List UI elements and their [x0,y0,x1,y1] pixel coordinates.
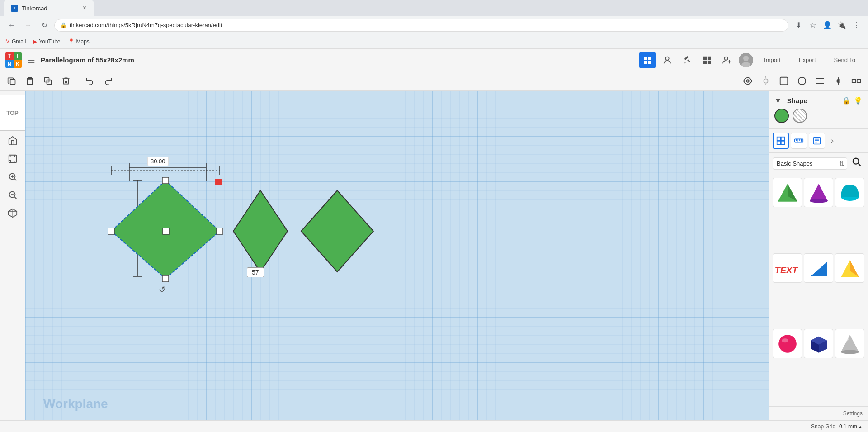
header-actions: Import Export Send To [639,52,863,68]
menu-button[interactable]: ⋮ [850,19,863,32]
svg-rect-0 [644,57,647,60]
bookmark-gmail[interactable]: M Gmail [5,38,26,45]
notes-button[interactable] [809,133,825,149]
shape-item-gray-cone[interactable] [835,329,864,358]
light-button[interactable] [758,73,774,89]
fit-view-button[interactable] [5,151,21,167]
search-shapes-button[interactable] [849,156,864,171]
view-button[interactable] [740,73,756,89]
shape-item-teal-dome[interactable] [835,178,864,207]
download-button[interactable]: ⬇ [792,19,805,32]
import-button[interactable]: Import [757,54,788,66]
zoom-in-button[interactable] [5,169,21,185]
notes-icon [812,136,821,145]
svg-rect-6 [708,56,711,59]
yellow-pyramid-icon [838,256,862,280]
redo-button[interactable] [100,73,116,89]
light-shape-icon[interactable]: 💡 [854,96,863,105]
svg-point-94 [782,338,788,342]
shape-item-blue-box[interactable] [804,329,833,358]
snap-up-icon[interactable]: ▲ [858,424,863,429]
collaborate-icon [662,55,672,65]
tab-close-button[interactable]: ✕ [82,5,87,11]
shape-item-yellow-pyramid[interactable] [835,253,864,283]
lock-shape-icon[interactable]: 🔒 [842,96,851,105]
red-text-icon: TEXT [775,256,800,280]
browser-tab[interactable]: T Tinkercad ✕ [4,0,94,16]
send-to-button[interactable]: Send To [827,54,863,66]
svg-line-82 [858,163,860,166]
svg-rect-5 [703,56,707,59]
apps-button[interactable] [699,52,715,68]
bookmark-maps[interactable]: 📍 Maps [68,38,90,45]
bookmark-button[interactable]: ☆ [807,19,819,32]
add-user-icon [722,55,732,65]
undo-button[interactable] [82,73,98,89]
app-container: T I N K ☰ Parallelogram of 55x28x2mm [0,49,868,432]
svg-point-81 [853,158,859,164]
back-button[interactable]: ← [5,19,18,32]
svg-point-93 [778,335,797,353]
library-expand-button[interactable]: › [827,135,838,146]
menu-hamburger-icon[interactable]: ☰ [27,55,35,66]
svg-point-86 [810,199,828,203]
shape-item-pink-sphere[interactable] [773,329,802,358]
category-select-wrapper: Basic Shapes ⇅ [773,157,847,170]
profile-button[interactable]: 👤 [821,19,834,32]
tinkercad-logo[interactable]: T I N K [5,52,22,68]
logo-k: K [14,60,22,68]
tab-title: Tinkercad [22,5,47,12]
svg-rect-68 [777,137,781,141]
delete-button[interactable] [58,73,74,89]
svg-rect-58 [162,275,169,282]
tab-bar: T Tinkercad ✕ [0,0,868,16]
3d-view-button[interactable] [5,205,21,221]
bookmark-youtube-label: YouTube [39,38,60,45]
align-button[interactable] [812,73,828,89]
svg-point-13 [743,56,749,61]
svg-point-20 [746,80,749,82]
svg-rect-57 [162,177,169,184]
category-select[interactable]: Basic Shapes [773,157,847,170]
export-button[interactable]: Export [792,54,823,66]
shape-hole-button[interactable] [793,109,807,123]
extension-button[interactable]: 🔌 [835,19,848,32]
snap-grid-value: 0.1 mm [839,423,857,430]
duplicate-button[interactable] [40,73,56,89]
ruler-button[interactable] [791,133,807,149]
shape-item-blue-wedge[interactable] [804,253,833,283]
zoom-out-button[interactable] [5,187,21,203]
shape-section: ▼ Shape 🔒 💡 [769,91,868,129]
forward-button[interactable]: → [22,19,34,32]
toolbar-separator-1 [78,75,78,87]
shapes-grid: TEXT [769,174,868,406]
paste-button[interactable] [22,73,38,89]
address-bar[interactable]: 🔒 tinkercad.com/things/5kRjruN4m7g-spect… [54,19,788,32]
library-grid-button[interactable] [773,133,789,149]
svg-rect-1 [648,57,651,60]
shape-item-purple-cone[interactable] [804,178,833,207]
grid-view-button[interactable] [639,52,656,68]
canvas-area[interactable]: ↺ 30.00 57 Workplane [25,91,769,420]
add-user-button[interactable] [719,52,735,68]
copy-button[interactable] [4,73,20,89]
reload-button[interactable]: ↻ [38,19,51,32]
mirror-button[interactable] [830,73,846,89]
round-button[interactable] [794,73,810,89]
collaborate-button[interactable] [659,52,675,68]
shape-chevron[interactable]: ▼ [774,97,782,105]
shape-item-green-pyramid[interactable] [773,178,802,207]
home-view-button[interactable] [5,133,21,149]
svg-rect-56 [108,228,114,234]
group-button[interactable] [848,73,864,89]
user-avatar[interactable] [739,53,753,67]
pink-sphere-icon [775,332,800,356]
shape-item-red-text[interactable]: TEXT [773,253,802,283]
youtube-icon: ▶ [33,38,37,45]
shape-color-button[interactable] [774,109,789,123]
svg-rect-59 [217,228,223,234]
svg-rect-7 [703,60,707,63]
shape-mode-button[interactable] [776,73,792,89]
bookmark-youtube[interactable]: ▶ YouTube [33,38,60,45]
tools-button[interactable] [679,52,695,68]
